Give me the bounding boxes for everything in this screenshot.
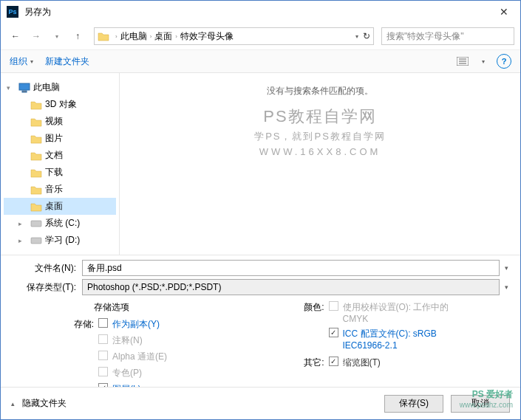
navbar: ← → ▾ ↑ › 此电脑 › 桌面 › 特效字母头像 ▾ ↻ 搜索"特效字母头…	[1, 23, 520, 49]
hide-folders-link[interactable]: 隐藏文件夹	[22, 397, 67, 410]
recent-dropdown[interactable]: ▾	[48, 27, 66, 45]
titlebar: Ps 另存为 ✕	[1, 1, 520, 23]
spot-label: 专色(P)	[112, 367, 142, 379]
thumbnail-label: 缩览图(T)	[343, 357, 381, 369]
help-icon[interactable]: ?	[497, 54, 511, 69]
chevron-down-icon[interactable]: ▾	[500, 264, 513, 272]
window-title: 另存为	[24, 6, 494, 18]
footer: ▴ 隐藏文件夹 保存(S) 取消	[1, 387, 520, 419]
folder-tree[interactable]: ▾ 此电脑 3D 对象 视频 图片 文档 下载 音乐	[1, 73, 119, 255]
dropdown-caret-icon[interactable]: ▾	[30, 58, 33, 65]
other-sublabel: 其它:	[298, 357, 324, 369]
proof-checkbox	[329, 301, 338, 311]
filename-value: 备用.psd	[87, 262, 122, 275]
expand-icon[interactable]: ▾	[7, 84, 16, 92]
tree-item-pictures[interactable]: 图片	[4, 130, 116, 147]
svg-rect-5	[22, 91, 27, 92]
folder-icon	[30, 100, 42, 110]
expand-icon[interactable]: ▸	[18, 220, 27, 227]
thumbnail-checkbox[interactable]	[329, 357, 338, 366]
tree-item-downloads[interactable]: 下载	[4, 164, 116, 181]
tree-item-desktop[interactable]: 桌面	[4, 198, 116, 215]
tree-label: 图片	[45, 132, 63, 145]
tree-item-videos[interactable]: 视频	[4, 113, 116, 130]
body-area: ▾ 此电脑 3D 对象 视频 图片 文档 下载 音乐	[1, 73, 520, 255]
tree-label: 学习 (D:)	[45, 234, 80, 247]
tree-label: 桌面	[45, 200, 63, 213]
tree-item-documents[interactable]: 文档	[4, 147, 116, 164]
breadcrumb[interactable]: 桌面	[154, 30, 172, 43]
icc-label[interactable]: ICC 配置文件(C): sRGB IEC61966-2.1	[343, 328, 469, 351]
save-button[interactable]: 保存(S)	[384, 395, 443, 413]
tree-item-drive-c[interactable]: ▸ 系统 (C:)	[4, 215, 116, 232]
folder-icon	[30, 185, 42, 195]
tree-item-drive-d[interactable]: ▸ 学习 (D:)	[4, 232, 116, 249]
expand-icon[interactable]: ▸	[18, 237, 27, 244]
tree-label: 音乐	[45, 183, 63, 196]
proof-label: 使用校样设置(O): 工作中的 CMYK	[343, 301, 469, 324]
folder-icon	[30, 151, 42, 161]
chevron-down-icon[interactable]: ▾	[500, 283, 513, 291]
disk-icon	[30, 235, 42, 246]
tree-item-music[interactable]: 音乐	[4, 181, 116, 198]
folder-icon	[30, 117, 42, 127]
breadcrumb[interactable]: 此电脑	[120, 30, 147, 43]
alpha-checkbox	[98, 351, 108, 360]
notes-checkbox	[98, 334, 108, 344]
disk-icon	[30, 218, 42, 229]
as-copy-checkbox[interactable]	[98, 318, 108, 328]
tree-label: 文档	[45, 149, 63, 162]
tree-label: 此电脑	[33, 81, 60, 94]
filetype-label: 保存类型(T):	[8, 281, 82, 294]
toolbar: 组织 ▾ 新建文件夹 ▾ ?	[1, 49, 520, 73]
dropdown-caret-icon[interactable]: ▾	[482, 58, 485, 65]
tree-label: 视频	[45, 115, 63, 128]
tree-label: 系统 (C:)	[45, 217, 80, 230]
organize-button[interactable]: 组织	[10, 55, 27, 68]
svg-rect-4	[19, 83, 30, 90]
filename-input[interactable]: 备用.psd	[82, 260, 500, 276]
filename-label: 文件名(N):	[8, 262, 82, 275]
folder-icon	[30, 134, 42, 144]
watermark-line: PS教程自学网	[127, 103, 513, 129]
save-options-panel: 文件名(N): 备用.psd ▾ 保存类型(T): Photoshop (*.P…	[1, 255, 520, 399]
filetype-select[interactable]: Photoshop (*.PSD;*.PDD;*.PSDT)	[82, 279, 500, 295]
svg-rect-7	[31, 238, 41, 244]
folder-icon	[98, 31, 109, 41]
tree-label: 下载	[45, 166, 63, 179]
collapse-icon[interactable]: ▴	[11, 400, 15, 407]
address-bar[interactable]: › 此电脑 › 桌面 › 特效字母头像 ▾ ↻	[94, 27, 374, 45]
refresh-icon[interactable]: ↻	[363, 31, 370, 41]
spot-checkbox	[98, 367, 108, 376]
tree-item-thispc[interactable]: ▾ 此电脑	[4, 79, 116, 96]
close-icon[interactable]: ✕	[494, 3, 514, 21]
notes-label: 注释(N)	[112, 334, 143, 347]
tree-item-3d[interactable]: 3D 对象	[4, 96, 116, 113]
save-sublabel: 存储:	[67, 318, 94, 331]
app-icon: Ps	[7, 6, 18, 18]
color-sublabel: 颜色:	[298, 301, 324, 314]
forward-button: →	[27, 27, 45, 45]
watermark-line: WWW.16XX8.COM	[127, 145, 513, 160]
search-input[interactable]: 搜索"特效字母头像"	[381, 27, 514, 45]
watermark: PS教程自学网 学PS，就到PS教程自学网 WWW.16XX8.COM	[127, 103, 513, 160]
back-button[interactable]: ←	[7, 27, 24, 45]
folder-icon	[30, 168, 42, 178]
tree-label: 3D 对象	[45, 98, 77, 111]
chevron-down-icon[interactable]: ▾	[355, 33, 358, 40]
alpha-label: Alpha 通道(E)	[112, 351, 167, 363]
icc-checkbox[interactable]	[329, 328, 338, 337]
crumb-sep: ›	[175, 33, 177, 40]
empty-message: 没有与搜索条件匹配的项。	[127, 85, 513, 97]
svg-rect-6	[31, 221, 41, 227]
monitor-icon	[18, 83, 30, 93]
up-button[interactable]: ↑	[69, 27, 86, 45]
options-header: 存储选项	[94, 301, 283, 314]
breadcrumb[interactable]: 特效字母头像	[180, 30, 234, 43]
as-copy-label[interactable]: 作为副本(Y)	[112, 318, 160, 331]
cancel-button[interactable]: 取消	[451, 395, 510, 413]
crumb-sep: ›	[115, 33, 118, 40]
view-options-icon[interactable]	[455, 54, 470, 69]
new-folder-button[interactable]: 新建文件夹	[45, 55, 89, 68]
search-placeholder: 搜索"特效字母头像"	[387, 30, 464, 43]
